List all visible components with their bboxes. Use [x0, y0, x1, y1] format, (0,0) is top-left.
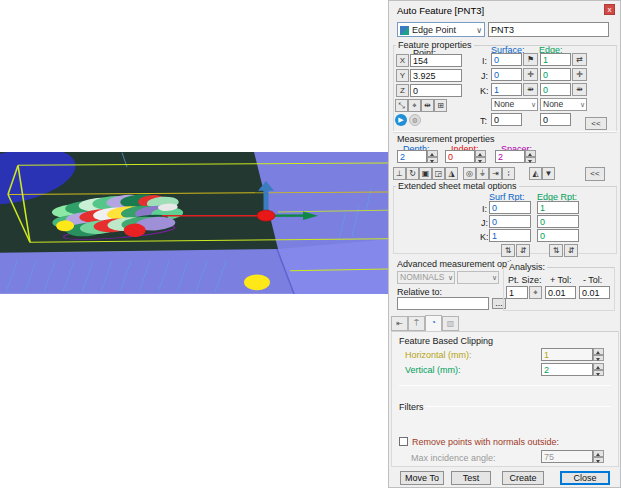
feature-based-clipping-label: Feature Based Clipping [399, 336, 493, 346]
graph-pointer-icon[interactable]: ⤡ [395, 99, 408, 112]
indent-spin-down[interactable] [475, 157, 486, 164]
z-input[interactable] [410, 84, 462, 97]
angled-plane-icon[interactable]: ◮ [445, 167, 458, 180]
surface-vector-icon[interactable]: ⚑ [523, 53, 538, 66]
edge-flip-vectors-icon[interactable]: ⇅ [549, 244, 563, 257]
surface-jvec-icon[interactable]: ✛ [523, 68, 538, 81]
dots-path-icon[interactable]: ⁞ [502, 167, 515, 180]
surface-none-value: None [494, 99, 514, 109]
measure-find-icon[interactable]: ⌖ [408, 99, 421, 112]
create-button[interactable]: Create [502, 471, 544, 485]
surface-none-select[interactable]: None∨ [491, 98, 538, 111]
filter-tol-icon[interactable]: ▼ [542, 167, 555, 180]
esm-surf-i-input[interactable] [489, 201, 531, 214]
nominals-mode-select[interactable]: ∨ [457, 271, 499, 284]
plus-tol-input[interactable] [545, 286, 576, 299]
k-row-label: K: [480, 86, 489, 96]
depth-spin-down[interactable] [427, 157, 438, 164]
pt-size-input[interactable] [506, 286, 528, 299]
tab-vision-icon[interactable]: ▧ [442, 316, 459, 331]
target-circle-icon[interactable]: ◎ [463, 167, 476, 180]
collapse-measurement-button[interactable]: << [585, 167, 605, 181]
tab-contact-icon[interactable]: ⇤ [391, 316, 408, 331]
move-to-button[interactable]: Move To [400, 471, 444, 485]
filters-label: Filters [397, 402, 426, 412]
relative-to-input[interactable] [397, 297, 489, 310]
edge-j-input[interactable] [540, 68, 571, 81]
chevron-down-icon: ∨ [448, 272, 453, 283]
auto-feature-dialog: Auto Feature [PNT3] x Edge Point ∨ Featu… [388, 0, 621, 488]
esm-i-label: I: [482, 204, 487, 214]
play-icon[interactable]: ▶ [395, 114, 407, 126]
offset-point-icon[interactable]: ⇹ [421, 99, 434, 112]
esm-edge-k-input[interactable] [537, 229, 579, 242]
step-forward-icon[interactable]: ⇥ [489, 167, 502, 180]
vertical-label: Vertical (mm): [405, 365, 461, 375]
close-button[interactable]: Close [560, 471, 610, 485]
horizontal-label: Horizontal (mm): [405, 350, 472, 360]
surface-kvec-icon[interactable]: ⇻ [523, 83, 538, 96]
edge-kvec-icon[interactable]: ⇻ [572, 83, 587, 96]
surf-flip-vectors-icon[interactable]: ⇅ [501, 244, 515, 257]
cone-up-icon[interactable]: ◭ [529, 167, 542, 180]
horizontal-input[interactable] [541, 348, 593, 361]
edge-k-input[interactable] [540, 83, 571, 96]
y-axis-button[interactable]: Y [396, 69, 409, 82]
minus-tol-label: - Tol: [583, 275, 602, 285]
depth-input[interactable] [397, 150, 427, 163]
spacer-input[interactable] [495, 150, 525, 163]
chevron-down-icon: ∨ [580, 99, 585, 110]
extended-sheet-metal-label: Extended sheet metal options [396, 181, 519, 191]
gear-icon[interactable]: ⚙ [409, 114, 421, 126]
t-row-label: T: [480, 116, 487, 126]
x-axis-button[interactable]: X [396, 54, 409, 67]
spacer-spin-down[interactable] [525, 157, 536, 164]
vertical-input[interactable] [541, 363, 593, 376]
test-button[interactable]: Test [451, 471, 491, 485]
j-row-label: J: [481, 71, 488, 81]
surface-t-input[interactable] [491, 113, 522, 126]
edge-i-input[interactable] [540, 53, 571, 66]
esm-surf-k-input[interactable] [489, 229, 531, 242]
tab-laser-icon[interactable]: ◔ [425, 315, 442, 331]
corner-square-icon[interactable]: ◲ [432, 167, 445, 180]
esm-surf-j-input[interactable] [489, 215, 531, 228]
edge-vector-flip-icon[interactable]: ⇄ [572, 53, 587, 66]
max-incidence-angle-input[interactable] [541, 450, 593, 463]
minus-tol-input[interactable] [579, 286, 610, 299]
feature-name-input[interactable] [488, 22, 609, 37]
snap-grid-icon[interactable]: ⊞ [434, 99, 447, 112]
surface-k-input[interactable] [491, 83, 522, 96]
close-icon[interactable]: x [604, 4, 615, 15]
max-angle-spin-down[interactable] [593, 457, 604, 464]
surf-swap-vectors-icon[interactable]: ⇵ [516, 244, 530, 257]
z-axis-button[interactable]: Z [396, 84, 409, 97]
esm-edge-j-input[interactable] [537, 215, 579, 228]
edge-swap-vectors-icon[interactable]: ⇵ [564, 244, 578, 257]
nominals-select[interactable]: NOMINALS∨ [397, 271, 455, 284]
pt-size-label: Pt. Size: [508, 275, 542, 285]
esm-edge-i-input[interactable] [537, 201, 579, 214]
nominals-value: NOMINALS [400, 272, 444, 282]
surface-j-input[interactable] [491, 68, 522, 81]
esm-k-label: K: [480, 232, 489, 242]
edge-t-input[interactable] [540, 113, 571, 126]
feature-type-select[interactable]: Edge Point ∨ [397, 22, 485, 37]
collapse-feature-button[interactable]: << [585, 117, 607, 130]
3d-graphics-viewport[interactable]: PNT3 [0, 152, 388, 386]
y-input[interactable] [410, 69, 462, 82]
horizontal-spin-down[interactable] [593, 355, 604, 362]
edge-none-select[interactable]: None∨ [540, 98, 587, 111]
level-probe-icon[interactable]: ⏚ [476, 167, 489, 180]
surface-i-input[interactable] [491, 53, 522, 66]
probe-icon[interactable]: ⌖ [529, 286, 542, 299]
vertical-spin-down[interactable] [593, 370, 604, 377]
indent-input[interactable] [445, 150, 475, 163]
rotate-path-icon[interactable]: ↻ [406, 167, 419, 180]
square-move-icon[interactable]: ▣ [419, 167, 432, 180]
perp-probe-icon[interactable]: ⊥ [393, 167, 406, 180]
remove-points-checkbox[interactable] [399, 437, 408, 446]
x-input[interactable] [410, 54, 462, 67]
tab-probe-icon[interactable]: ⍑ [408, 316, 425, 331]
edge-jvec-icon[interactable]: ✛ [572, 68, 587, 81]
